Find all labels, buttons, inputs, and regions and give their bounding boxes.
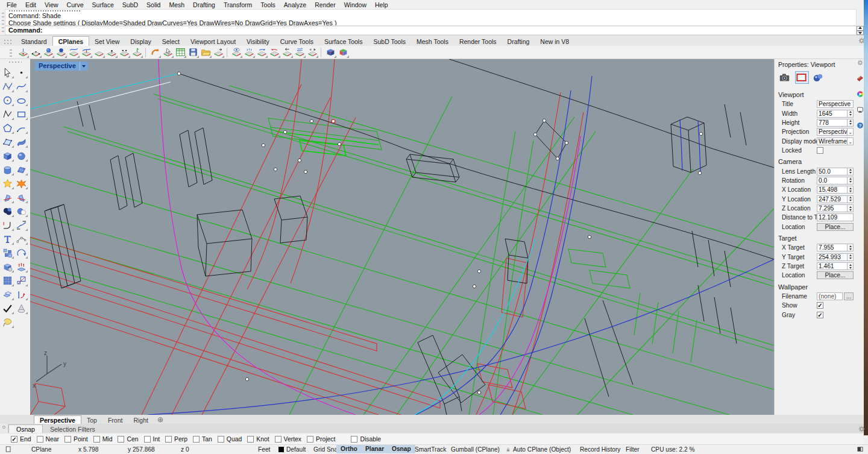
toolbar-tab-viewport-layout[interactable]: Viewport Layout	[185, 37, 241, 46]
osnap-checkbox-point[interactable]	[64, 436, 71, 443]
command-history[interactable]: Command: Shade Choose Shade settings ( D…	[5, 9, 857, 26]
boolean-union-icon[interactable]	[1, 205, 14, 218]
viewport-title-dropdown[interactable]: Perspective	[35, 61, 88, 71]
x-location-field[interactable]: 15.498	[817, 186, 848, 194]
toggle-planar[interactable]: Planar	[361, 445, 388, 453]
toolbar-tab-standard[interactable]: Standard	[16, 37, 52, 46]
menu-solid[interactable]: Solid	[142, 1, 165, 8]
open-cplane-icon[interactable]	[200, 46, 212, 58]
cplane-vertical-icon[interactable]	[131, 46, 143, 58]
cplane-sphere-icon[interactable]	[43, 46, 55, 58]
array-grid-icon[interactable]	[1, 274, 14, 287]
toolbar-tab-render-tools[interactable]: Render Tools	[454, 37, 502, 46]
fillet-curves-icon[interactable]	[1, 219, 14, 232]
toolbar-tab-new-in-v8[interactable]: New in V8	[535, 37, 574, 46]
cplane-object-icon[interactable]	[55, 46, 68, 58]
toolbar-tab-set-view[interactable]: Set View	[89, 37, 125, 46]
sphere-icon[interactable]	[15, 150, 28, 162]
cplane-point-alt-icon[interactable]	[119, 46, 131, 58]
color-wheel-icon[interactable]	[856, 90, 864, 98]
export-cplane-icon[interactable]	[213, 46, 225, 58]
trim-icon[interactable]	[1, 191, 14, 204]
edit-points-icon[interactable]	[15, 233, 28, 245]
scroll-down-icon[interactable]	[857, 31, 864, 36]
cplane-point-icon[interactable]	[106, 46, 118, 58]
distance-to-target-field[interactable]: 12.109	[817, 213, 854, 221]
osnap-checkbox-cen[interactable]	[118, 436, 124, 443]
rotate-cplane-icon[interactable]	[256, 46, 268, 58]
y-location-spinner[interactable]	[848, 195, 854, 203]
cplane-3point-icon[interactable]	[30, 46, 42, 58]
width-field[interactable]: 1645	[817, 110, 848, 118]
toolbar-tab-mesh-tools[interactable]: Mesh Tools	[411, 37, 454, 46]
menu-analyze[interactable]: Analyze	[280, 1, 310, 8]
command-grip[interactable]	[2, 10, 4, 34]
surface-corner-points-icon[interactable]	[1, 136, 14, 148]
boolean-box-icon[interactable]	[1, 260, 14, 273]
osnap-checkbox-mid[interactable]	[93, 436, 100, 443]
osnap-option-end[interactable]: ✓End	[11, 436, 31, 443]
box-icon[interactable]	[1, 150, 14, 162]
toggle-record-history[interactable]: Record History	[580, 446, 620, 453]
osnap-option-knot[interactable]: Knot	[247, 436, 269, 443]
viewport-rect-icon[interactable]	[795, 71, 809, 84]
rotate-icon[interactable]	[15, 247, 28, 259]
tab-bar-grip[interactable]	[4, 39, 12, 44]
panel-tab-selection-filters[interactable]: Selection Filters	[43, 425, 102, 433]
osnap-option-project[interactable]: Project	[307, 436, 335, 443]
panel-toggle-icon[interactable]	[857, 446, 864, 454]
check-selection-icon[interactable]	[1, 302, 14, 315]
osnap-checkbox-tan[interactable]	[193, 436, 200, 443]
control-point-curve-icon[interactable]	[1, 80, 14, 93]
location-button[interactable]: Place...	[817, 223, 854, 231]
menu-view[interactable]: View	[40, 1, 63, 8]
ellipse-icon[interactable]	[15, 94, 28, 107]
cplane-perp-curve-icon[interactable]	[81, 46, 93, 58]
osnap-checkbox-vertex[interactable]	[275, 436, 281, 443]
scale-icon[interactable]	[15, 274, 28, 287]
display-mode-dropdown-arrow[interactable]: ⌄	[848, 137, 854, 145]
toolbar-tab-display[interactable]: Display	[125, 37, 156, 46]
viewport-title[interactable]: Perspective	[35, 61, 80, 71]
z-target-field[interactable]: 1.461	[817, 262, 848, 270]
display-icon[interactable]	[856, 106, 864, 114]
rotate-cplane-alt-icon[interactable]	[269, 46, 281, 58]
copy-icon[interactable]	[1, 288, 14, 301]
menu-window[interactable]: Window	[340, 1, 371, 8]
toolbar-tab-curve-tools[interactable]: Curve Tools	[275, 37, 319, 46]
rotation-spinner[interactable]	[848, 177, 854, 184]
x-target-spinner[interactable]	[848, 244, 854, 251]
projection-field[interactable]: Perspective	[817, 128, 848, 136]
circle-icon[interactable]	[1, 94, 14, 107]
z-target-spinner[interactable]	[848, 262, 854, 270]
layout-page-icon[interactable]	[5, 446, 12, 454]
cplane-cycle-icon[interactable]	[307, 46, 319, 58]
world-box-icon[interactable]	[338, 46, 350, 58]
y-location-field[interactable]: 247.529	[817, 195, 848, 203]
toolbar-tab-subd-tools[interactable]: SubD Tools	[368, 37, 411, 46]
polyline-icon[interactable]	[1, 108, 14, 121]
osnap-checkbox-project[interactable]	[307, 436, 313, 443]
menu-curve[interactable]: Curve	[63, 1, 88, 8]
z-location-field[interactable]: 7.295	[817, 204, 848, 212]
polygon-icon[interactable]	[1, 122, 14, 134]
osnap-option-mid[interactable]: Mid	[93, 436, 113, 443]
menu-transform[interactable]: Transform	[219, 1, 256, 8]
block-instances-icon[interactable]	[1, 247, 14, 259]
osnap-checkbox-quad[interactable]	[218, 436, 224, 443]
x-location-spinner[interactable]	[848, 186, 854, 194]
boolean-star-icon[interactable]	[1, 177, 14, 190]
toggle-smarttrack[interactable]: SmartTrack	[415, 446, 446, 453]
toggle-ortho[interactable]: Ortho	[336, 445, 362, 453]
x-target-field[interactable]: 7.955	[817, 244, 848, 251]
material-icon[interactable]	[812, 71, 826, 84]
status-cplane[interactable]: CPlane	[31, 446, 51, 453]
toggle-filter[interactable]: Filter	[626, 446, 640, 453]
cplane-curve-icon[interactable]	[68, 46, 80, 58]
osnap-checkbox-end[interactable]: ✓	[11, 436, 17, 443]
cplane-origin-icon[interactable]	[17, 46, 30, 58]
text-object-icon[interactable]	[1, 233, 14, 245]
rotation-field[interactable]: 0.0	[817, 177, 848, 184]
cplane-back-icon[interactable]	[281, 46, 294, 58]
menu-subd[interactable]: SubD	[118, 1, 142, 8]
